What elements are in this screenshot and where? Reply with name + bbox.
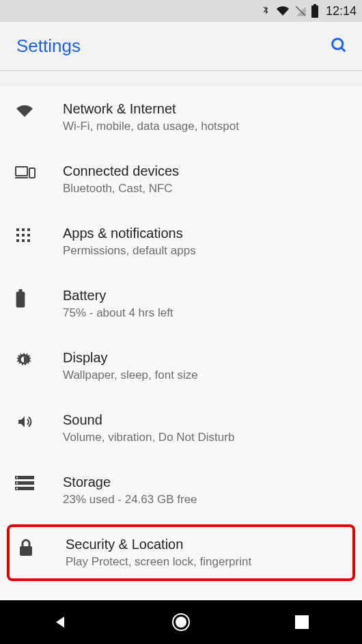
svg-rect-20 <box>15 476 34 479</box>
lock-icon <box>18 537 66 557</box>
home-button[interactable] <box>154 600 208 644</box>
item-title: Battery <box>63 288 348 304</box>
svg-line-4 <box>342 47 346 51</box>
svg-rect-21 <box>15 481 34 485</box>
search-button[interactable] <box>329 36 348 57</box>
back-button[interactable] <box>33 600 87 644</box>
svg-rect-17 <box>16 292 25 308</box>
svg-rect-5 <box>16 167 27 176</box>
svg-rect-25 <box>16 488 18 489</box>
devices-icon <box>15 163 63 180</box>
battery-icon <box>311 4 319 18</box>
svg-rect-7 <box>29 168 35 178</box>
settings-item-battery[interactable]: Battery 75% - about 4 hrs left <box>0 273 362 335</box>
svg-rect-12 <box>22 234 25 237</box>
item-subtitle: Bluetooth, Cast, NFC <box>63 182 348 196</box>
svg-rect-2 <box>314 4 316 6</box>
item-subtitle: 23% used - 24.63 GB free <box>63 493 348 507</box>
svg-rect-11 <box>16 234 19 237</box>
item-subtitle: Play Protect, screen lock, fingerprint <box>66 555 346 569</box>
settings-list: Network & Internet Wi-Fi, mobile, data u… <box>0 86 362 600</box>
storage-icon <box>15 474 63 491</box>
svg-rect-16 <box>27 239 30 242</box>
status-time: 12:14 <box>326 4 357 18</box>
item-subtitle: 75% - about 4 hrs left <box>63 306 348 320</box>
item-title: Connected devices <box>63 163 348 179</box>
page-title: Settings <box>16 36 81 57</box>
battery-icon <box>15 288 63 308</box>
item-title: Storage <box>63 474 348 490</box>
svg-rect-18 <box>18 289 22 293</box>
svg-rect-1 <box>311 5 318 18</box>
svg-rect-15 <box>22 239 25 242</box>
item-title: Sound <box>63 412 348 428</box>
svg-point-3 <box>333 38 343 49</box>
no-sim-icon <box>294 4 307 18</box>
display-icon <box>15 350 63 369</box>
settings-item-storage[interactable]: Storage 23% used - 24.63 GB free <box>0 459 362 522</box>
item-subtitle: Volume, vibration, Do Not Disturb <box>63 431 348 444</box>
svg-rect-13 <box>27 234 30 237</box>
settings-item-security-location[interactable]: Security & Location Play Protect, screen… <box>7 524 355 581</box>
settings-item-connected-devices[interactable]: Connected devices Bluetooth, Cast, NFC <box>0 148 362 211</box>
navigation-bar <box>0 600 362 644</box>
recents-button[interactable] <box>275 600 329 644</box>
item-subtitle: Permissions, default apps <box>63 244 348 258</box>
item-title: Security & Location <box>66 537 346 552</box>
item-title: Display <box>63 350 348 366</box>
svg-rect-29 <box>295 615 309 629</box>
apps-icon <box>15 226 63 243</box>
wifi-icon <box>15 101 63 119</box>
svg-rect-14 <box>16 239 19 242</box>
svg-rect-23 <box>16 477 18 479</box>
spacer <box>0 71 362 86</box>
svg-rect-10 <box>27 228 30 231</box>
wifi-icon <box>275 5 290 17</box>
svg-rect-26 <box>20 546 32 556</box>
bluetooth-icon <box>260 4 271 18</box>
sound-icon <box>15 412 63 430</box>
settings-item-apps[interactable]: Apps & notifications Permissions, defaul… <box>0 211 362 273</box>
item-title: Apps & notifications <box>63 226 348 241</box>
svg-rect-8 <box>16 228 19 231</box>
item-title: Network & Internet <box>63 101 348 117</box>
svg-rect-24 <box>16 483 18 484</box>
svg-point-28 <box>176 617 186 628</box>
svg-rect-22 <box>15 487 34 490</box>
settings-item-display[interactable]: Display Wallpaper, sleep, font size <box>0 335 362 397</box>
settings-item-sound[interactable]: Sound Volume, vibration, Do Not Disturb <box>0 397 362 459</box>
item-subtitle: Wallpaper, sleep, font size <box>63 368 348 382</box>
item-subtitle: Wi-Fi, mobile, data usage, hotspot <box>63 120 348 133</box>
status-bar: 12:14 <box>0 0 362 22</box>
settings-item-network[interactable]: Network & Internet Wi-Fi, mobile, data u… <box>0 86 362 148</box>
svg-rect-9 <box>22 228 25 231</box>
app-bar: Settings <box>0 22 362 71</box>
